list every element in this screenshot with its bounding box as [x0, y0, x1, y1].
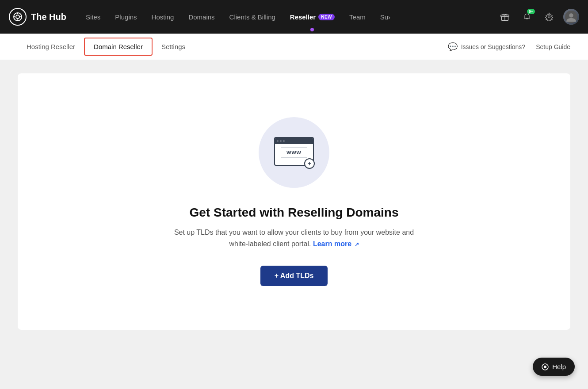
domain-icon-inner: www +: [274, 137, 314, 168]
help-label: Help: [552, 363, 566, 370]
nav-item-reseller[interactable]: Reseller NEW: [284, 10, 341, 24]
svg-point-1: [16, 15, 19, 19]
notification-count: 9+: [527, 9, 535, 14]
nav-item-sites[interactable]: Sites: [80, 10, 107, 24]
settings-icon-button[interactable]: [541, 9, 557, 25]
notifications-icon-button[interactable]: 9+: [519, 9, 535, 25]
navbar-nav: Sites Plugins Hosting Domains Clients & …: [80, 10, 497, 24]
description-text: Set up TLDs that you want to allow your …: [174, 229, 414, 248]
subnav-item-settings[interactable]: Settings: [153, 38, 194, 55]
svg-point-13: [544, 366, 546, 368]
subnav-items: Hosting Reseller Domain Reseller Setting…: [18, 38, 448, 56]
user-avatar[interactable]: [563, 9, 579, 25]
nav-item-su[interactable]: Su›: [374, 10, 397, 24]
avatar-image: [563, 9, 579, 25]
nav-item-plugins[interactable]: Plugins: [109, 10, 143, 24]
www-text: www: [286, 149, 301, 156]
content-description: Set up TLDs that you want to allow your …: [170, 227, 418, 249]
add-tlds-button[interactable]: + Add TLDs: [260, 266, 328, 286]
subnav-item-hosting-reseller[interactable]: Hosting Reseller: [18, 38, 84, 55]
subnav: Hosting Reseller Domain Reseller Setting…: [0, 34, 588, 60]
nav-item-team[interactable]: Team: [343, 10, 372, 24]
nav-item-hosting[interactable]: Hosting: [145, 10, 180, 24]
brand-logo-icon: [9, 8, 27, 26]
issues-suggestions-label: Issues or Suggestions?: [461, 43, 526, 50]
subnav-item-domain-reseller[interactable]: Domain Reseller: [84, 38, 153, 56]
browser-line-2: [281, 157, 307, 158]
domain-illustration: www +: [259, 117, 329, 188]
browser-dot-1: [277, 140, 279, 142]
brand-name: The Hub: [31, 12, 66, 22]
subnav-actions: 💬 Issues or Suggestions? Setup Guide: [448, 42, 570, 52]
nav-item-domains[interactable]: Domains: [182, 10, 221, 24]
navbar-actions: 9+: [497, 9, 579, 25]
external-link-icon: ↗: [355, 240, 359, 249]
setup-guide-link[interactable]: Setup Guide: [536, 43, 570, 50]
content-title: Get Started with Reselling Domains: [190, 206, 399, 220]
main-content: www + Get Started with Reselling Domains…: [0, 60, 588, 389]
new-badge: NEW: [318, 14, 335, 20]
content-card: www + Get Started with Reselling Domains…: [18, 73, 570, 330]
plus-icon: +: [304, 158, 315, 169]
svg-point-9: [548, 16, 550, 18]
reseller-dot: [310, 28, 314, 31]
browser-dot-3: [283, 140, 285, 142]
svg-point-11: [569, 13, 573, 17]
help-button[interactable]: Help: [533, 358, 575, 376]
browser-line-1: [281, 147, 307, 148]
add-tlds-label: + Add TLDs: [275, 272, 314, 280]
issues-suggestions-button[interactable]: 💬 Issues or Suggestions?: [448, 42, 526, 52]
learn-more-link[interactable]: Learn more ↗: [313, 240, 359, 248]
navbar: The Hub Sites Plugins Hosting Domains Cl…: [0, 0, 588, 34]
gift-icon-button[interactable]: [497, 9, 513, 25]
browser-dot-2: [280, 140, 282, 142]
chat-icon: 💬: [448, 42, 458, 52]
setup-guide-label: Setup Guide: [536, 43, 570, 50]
brand-logo-link[interactable]: The Hub: [9, 8, 66, 26]
nav-item-clients-billing[interactable]: Clients & Billing: [223, 10, 282, 24]
browser-top-bar: [275, 138, 313, 144]
